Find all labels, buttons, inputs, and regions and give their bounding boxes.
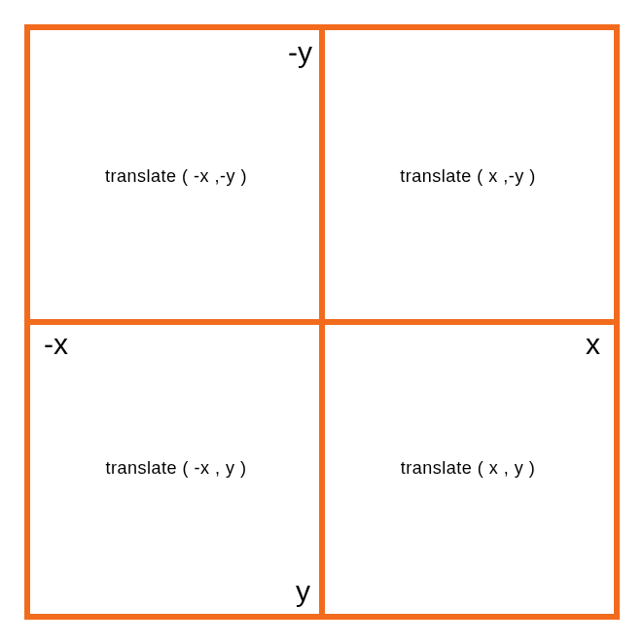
coordinate-grid: translate ( -x ,-y ) translate ( x ,-y )…	[24, 24, 620, 620]
axis-label-pos-x: x	[586, 328, 600, 361]
quadrant-bottom-right-label: translate ( x , y )	[401, 458, 536, 479]
quadrant-top-left-label: translate ( -x ,-y )	[105, 166, 247, 187]
quadrant-bottom-left-label: translate ( -x , y )	[105, 458, 246, 479]
quadrant-top-left: translate ( -x ,-y )	[30, 30, 322, 322]
quadrant-bottom-left: translate ( -x , y )	[30, 322, 322, 614]
axis-label-neg-x: -x	[44, 328, 68, 361]
axis-label-neg-y: -y	[288, 36, 312, 69]
quadrant-top-right: translate ( x ,-y )	[322, 30, 614, 322]
axis-label-pos-y: y	[296, 575, 310, 608]
quadrant-top-right-label: translate ( x ,-y )	[400, 166, 536, 187]
quadrant-bottom-right: translate ( x , y )	[322, 322, 614, 614]
translate-diagram: translate ( -x ,-y ) translate ( x ,-y )…	[24, 24, 620, 620]
